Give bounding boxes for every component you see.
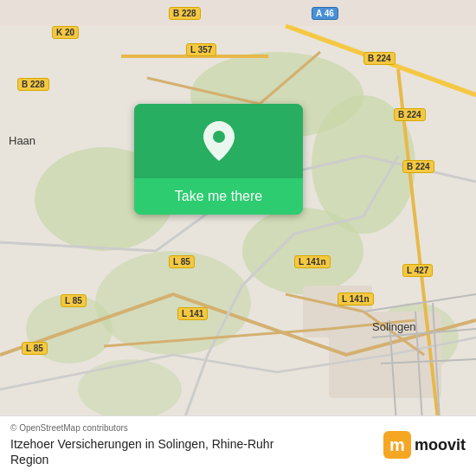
moovit-logo: m moovit <box>383 431 466 459</box>
road-label-b224-3: B 224 <box>402 160 434 173</box>
road-label-l85-2: L 85 <box>61 294 87 307</box>
road-label-b224-2: B 224 <box>394 108 426 121</box>
location-name-line1: Itzehoer Versicherungen in Solingen, Rhi… <box>10 437 273 451</box>
road-label-b228-1: B 228 <box>169 7 201 20</box>
moovit-logo-icon: m <box>383 431 411 459</box>
road-label-l141n-2: L 141n <box>338 293 374 306</box>
road-label-b224-1: B 224 <box>363 52 396 65</box>
location-name: Itzehoer Versicherungen in Solingen, Rhi… <box>10 436 373 467</box>
button-text: Take me there <box>134 178 303 215</box>
location-name-line2: Region <box>10 453 48 466</box>
button-icon-area <box>134 104 303 178</box>
road-label-l85-1: L 85 <box>169 255 195 268</box>
road-label-l141n-1: L 141n <box>294 255 331 268</box>
svg-point-11 <box>213 131 225 143</box>
road-label-l427: L 427 <box>402 264 433 277</box>
map-background <box>0 0 476 476</box>
bottom-left: © OpenStreetMap contributors Itzehoer Ve… <box>10 423 373 467</box>
attribution-text: © OpenStreetMap contributors <box>10 423 373 433</box>
location-pin-icon <box>203 121 235 161</box>
city-label-solingen: Solingen <box>372 320 416 333</box>
take-me-there-button[interactable]: Take me there <box>134 104 303 215</box>
road-label-l141: L 141 <box>177 307 208 320</box>
take-me-there-container: Take me there <box>134 104 303 215</box>
moovit-logo-letter: m <box>389 435 405 455</box>
bottom-bar: © OpenStreetMap contributors Itzehoer Ve… <box>0 415 476 476</box>
city-label-haan: Haan <box>9 134 35 147</box>
road-label-a46: A 46 <box>312 7 338 20</box>
road-label-l357: L 357 <box>186 43 216 56</box>
road-label-l85-3: L 85 <box>22 342 48 355</box>
svg-point-7 <box>78 359 182 420</box>
road-label-b228-2: B 228 <box>17 78 49 91</box>
road-label-k20: K 20 <box>52 26 79 39</box>
map-container: B 228 A 46 K 20 L 357 B 228 B 224 B 224 … <box>0 0 476 476</box>
moovit-brand-name: moovit <box>415 436 466 454</box>
